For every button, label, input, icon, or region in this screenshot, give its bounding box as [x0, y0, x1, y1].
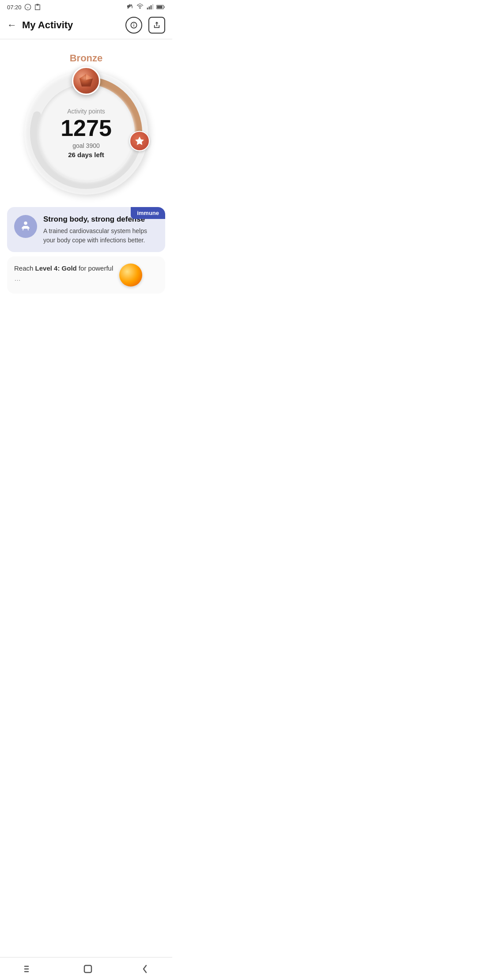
days-left: 26 days left	[68, 151, 104, 158]
points-value: 1275	[61, 117, 112, 139]
card-description: A trained cardiovascular system helps yo…	[43, 226, 158, 245]
svg-rect-7	[152, 4, 154, 9]
main-content: Bronze Activity points 1275 goal 3900 26…	[0, 39, 172, 329]
wifi-icon	[136, 4, 144, 11]
next-level-bold: Level 4: Gold	[35, 264, 77, 272]
next-level-subtext: …	[14, 275, 21, 282]
card-text: Strong body, strong defense A trained ca…	[43, 215, 158, 245]
card-icon-circle	[14, 215, 37, 238]
star-icon	[134, 136, 145, 146]
svg-rect-9	[157, 6, 163, 8]
next-level-card: Reach Level 4: Gold for powerful …	[7, 256, 165, 294]
status-bar: 07:20	[0, 0, 172, 12]
clipboard-icon	[34, 4, 41, 11]
next-level-text-start: Reach	[14, 264, 35, 272]
nav-right	[125, 17, 165, 34]
ring-inner: Activity points 1275 goal 3900 26 days l…	[38, 84, 135, 181]
gem-icon	[78, 72, 95, 89]
person-icon	[19, 220, 32, 233]
nav-bar: ← My Activity	[0, 12, 172, 39]
mute-icon	[126, 4, 133, 11]
points-label: Activity points	[67, 108, 105, 115]
info-circle-icon	[24, 4, 31, 11]
ring-container: Activity points 1275 goal 3900 26 days l…	[24, 71, 148, 195]
next-level-text: Reach Level 4: Gold for powerful …	[14, 264, 113, 283]
immune-badge: immune	[131, 207, 165, 219]
share-icon	[153, 22, 160, 29]
svg-rect-5	[149, 7, 150, 10]
badge-section: Bronze Activity points 1275 goal 3900 26…	[7, 48, 165, 195]
battery-icon	[156, 4, 165, 10]
next-level-text-end: for powerful	[77, 264, 114, 272]
status-right	[126, 4, 165, 11]
status-left: 07:20	[7, 4, 41, 11]
star-badge	[129, 131, 150, 151]
info-icon	[130, 22, 137, 29]
gold-coin	[119, 264, 142, 286]
signal-icon	[147, 4, 154, 11]
goal-text: goal 3900	[72, 142, 100, 149]
badge-level-title: Bronze	[70, 53, 103, 64]
svg-point-20	[24, 222, 27, 225]
info-button[interactable]	[125, 17, 142, 34]
back-button[interactable]: ←	[7, 19, 17, 31]
status-time: 07:20	[7, 4, 22, 11]
page-title: My Activity	[22, 19, 73, 31]
svg-point-12	[134, 24, 134, 24]
info-card: immune Strong body, strong defense A tra…	[7, 207, 165, 252]
nav-left: ← My Activity	[7, 19, 73, 31]
svg-rect-4	[147, 8, 148, 9]
share-button[interactable]	[148, 17, 165, 34]
svg-rect-6	[151, 5, 152, 9]
bronze-gem-badge	[72, 67, 100, 95]
